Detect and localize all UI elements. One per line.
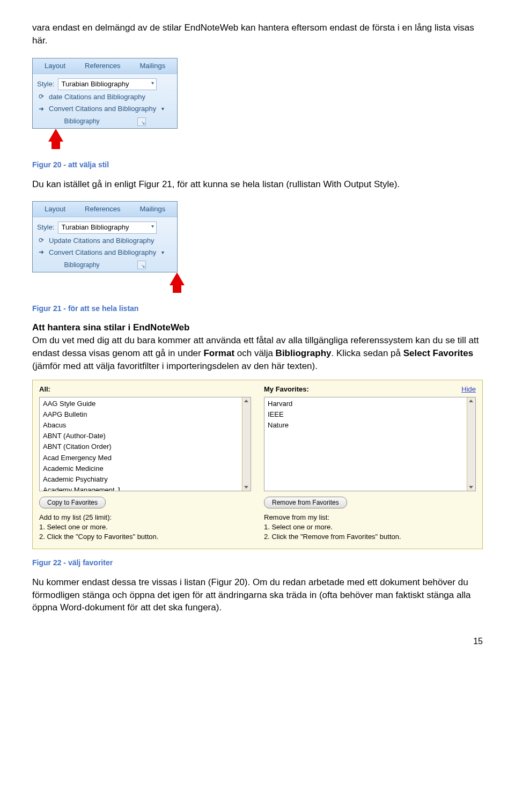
text-line: 1. Select one or more. [39, 522, 251, 532]
list-item[interactable]: AAG Style Guide [42, 398, 242, 409]
all-styles-list[interactable]: AAG Style Guide AAPG Bulletin Abacus ABN… [39, 397, 251, 491]
my-favorites-list[interactable]: Harvard IEEE Nature [264, 397, 476, 491]
chevron-down-icon: ▾ [161, 249, 164, 256]
my-favorites-label: My Favorites: [264, 385, 309, 394]
ribbon-item-label: Convert Citations and Bibliography [49, 104, 156, 114]
ribbon-item-label: date Citations and Bibliography [49, 92, 145, 102]
paragraph: Du kan istället gå in enligt Figur 21, f… [32, 178, 483, 191]
figure-caption-21: Figur 21 - för att se hela listan [32, 304, 483, 314]
format-keyword: Format [203, 348, 234, 358]
list-item[interactable]: ABNT (Author-Date) [42, 431, 242, 441]
style-label: Style: [37, 79, 55, 89]
chevron-down-icon: ▾ [161, 105, 164, 113]
style-dropdown[interactable]: Turabian Bibliography [58, 222, 157, 233]
text-line: Remove from my list: [264, 513, 476, 522]
text-run: (jämför med att välja favoritfilter i im… [32, 361, 318, 371]
convert-icon: ➜ [37, 248, 46, 257]
bibliography-keyword: Bibliography [276, 348, 332, 358]
list-item[interactable]: Abacus [42, 420, 242, 431]
remove-instructions: Remove from my list: 1. Select one or mo… [264, 513, 476, 541]
refresh-icon: ⟳ [37, 93, 46, 101]
text-line: 2. Click the "Copy to Favorites" button. [39, 532, 251, 542]
favorites-panel: All: AAG Style Guide AAPG Bulletin Abacu… [32, 380, 483, 549]
ribbon-item-label: Update Citations and Bibliography [49, 236, 154, 246]
hide-link[interactable]: Hide [461, 385, 476, 394]
subheading: Att hantera sina stilar i EndNoteWeb [32, 321, 483, 334]
list-item[interactable]: AAPG Bulletin [42, 409, 242, 420]
dialog-launcher-icon[interactable]: ↘ [137, 261, 146, 269]
list-item[interactable]: ABNT (Citation Order) [42, 441, 242, 452]
list-item[interactable]: Academic Psychiatry [42, 474, 242, 485]
copy-to-favorites-button[interactable]: Copy to Favorites [39, 497, 106, 509]
ribbon-tab: Mailings [130, 59, 175, 73]
remove-from-favorites-button[interactable]: Remove from Favorites [264, 497, 347, 509]
list-item[interactable]: Academic Medicine [42, 463, 242, 474]
text-line: Add to my list (25 limit): [39, 513, 251, 522]
refresh-icon: ⟳ [37, 237, 46, 245]
figure-caption-20: Figur 20 - att välja stil [32, 160, 483, 171]
update-citations-item[interactable]: ⟳ date Citations and Bibliography [37, 91, 173, 103]
update-citations-item[interactable]: ⟳ Update Citations and Bibliography [37, 235, 173, 247]
page-number: 15 [32, 636, 483, 647]
ribbon-tab: Layout [35, 202, 75, 216]
select-favorites-keyword: Select Favorites [403, 348, 473, 358]
convert-icon: ➜ [37, 105, 46, 113]
ribbon-item-label: Convert Citations and Bibliography [49, 248, 156, 257]
list-item[interactable]: Harvard [267, 398, 467, 409]
list-item[interactable]: Academy Management J [42, 485, 242, 491]
ribbon-tab: Layout [35, 59, 75, 73]
scrollbar[interactable] [242, 397, 251, 491]
figure-caption-22: Figur 22 - välj favoriter [32, 558, 483, 569]
add-instructions: Add to my list (25 limit): 1. Select one… [39, 513, 251, 541]
red-arrow-annotation [48, 129, 63, 142]
style-label: Style: [37, 223, 55, 232]
ribbon-tab: References [75, 202, 130, 216]
text-run: . Klicka sedan på [332, 348, 403, 358]
ribbon-group-label: Bibliography [64, 261, 100, 270]
convert-citations-item[interactable]: ➜ Convert Citations and Bibliography ▾ [37, 247, 173, 259]
style-dropdown[interactable]: Turabian Bibliography [58, 78, 157, 90]
ribbon-group-label: Bibliography [64, 117, 100, 126]
paragraph: Nu kommer endast dessa tre vissas i list… [32, 576, 483, 614]
all-label: All: [39, 385, 50, 394]
red-arrow-annotation [170, 272, 185, 285]
paragraph: Om du vet med dig att du bara kommer att… [32, 334, 483, 372]
scrollbar[interactable] [467, 397, 475, 491]
ribbon-tab: Mailings [130, 202, 175, 216]
text-run: och välja [234, 348, 276, 358]
text-line: 2. Click the "Remove from Favorites" but… [264, 532, 476, 542]
ribbon-tab: References [75, 59, 130, 73]
list-item[interactable]: IEEE [267, 409, 467, 420]
ribbon-screenshot-1: Layout References Mailings Style: Turabi… [32, 58, 178, 129]
text-line: 1. Select one or more. [264, 522, 476, 532]
dialog-launcher-icon[interactable]: ↘ [137, 117, 146, 126]
list-item[interactable]: Nature [267, 420, 467, 431]
ribbon-screenshot-2: Layout References Mailings Style: Turabi… [32, 201, 178, 272]
list-item[interactable]: Acad Emergency Med [42, 453, 242, 463]
convert-citations-item[interactable]: ➜ Convert Citations and Bibliography ▾ [37, 103, 173, 115]
intro-paragraph: vara endast en delmängd av de stilar End… [32, 21, 483, 47]
